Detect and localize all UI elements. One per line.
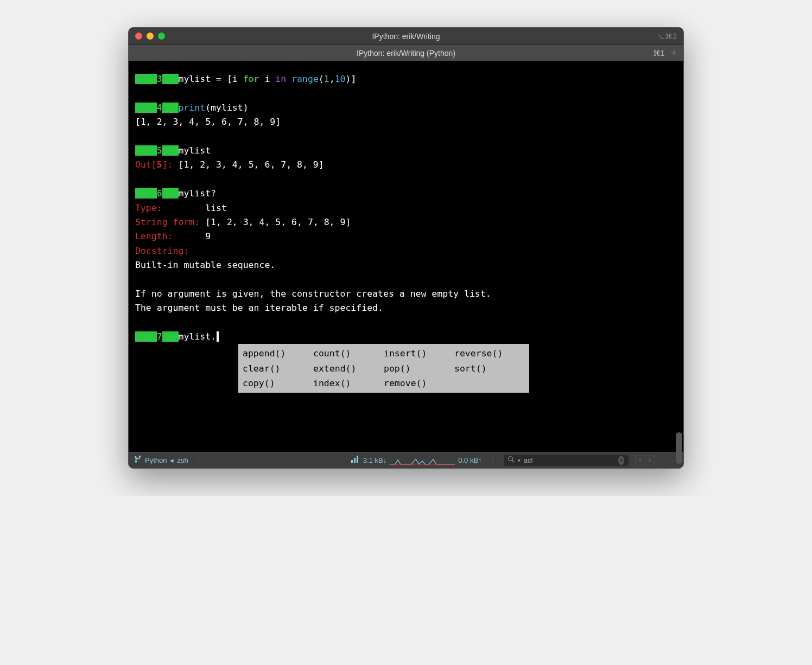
completion-item[interactable]: clear() xyxy=(243,361,313,376)
search-icon xyxy=(508,456,515,464)
completion-item[interactable]: extend() xyxy=(313,361,384,376)
prompt-close: ]: xyxy=(162,74,179,84)
completion-item[interactable]: reverse() xyxy=(454,346,525,361)
clear-search-button[interactable]: ✕ xyxy=(618,456,624,465)
svg-rect-0 xyxy=(351,460,353,463)
svg-rect-1 xyxy=(354,458,356,463)
network-icon xyxy=(351,456,360,465)
svg-point-3 xyxy=(508,457,512,461)
search-dropdown-icon[interactable]: ▾ xyxy=(518,458,521,463)
svg-line-4 xyxy=(512,461,514,463)
completion-popup[interactable]: append() count() insert() reverse() clea… xyxy=(238,344,529,393)
search-next-button[interactable]: > xyxy=(645,456,655,465)
completion-item[interactable]: index() xyxy=(313,376,384,391)
divider: │ xyxy=(197,456,201,464)
prompt-num: 3 xyxy=(157,74,162,84)
divider: │ xyxy=(491,456,495,464)
search-bar[interactable]: ▾ ✕ xyxy=(504,455,629,466)
terminal-window: IPython: erik/Writing ⌥⌘2 IPython: erik/… xyxy=(128,27,684,469)
completion-item[interactable]: insert() xyxy=(384,346,454,361)
prompt-in: In [ xyxy=(135,74,157,84)
tabbar: IPython: erik/Writing (Python) ⌘1 + xyxy=(129,45,683,61)
zoom-button[interactable] xyxy=(158,33,165,40)
tab-shortcut: ⌘1 xyxy=(653,49,665,57)
completion-item[interactable]: remove() xyxy=(384,376,454,391)
close-button[interactable] xyxy=(135,33,142,40)
search-nav: < > xyxy=(635,456,655,465)
minimize-button[interactable] xyxy=(147,33,154,40)
status-shell[interactable]: Python ◂ zsh xyxy=(134,456,188,465)
search-prev-button[interactable]: < xyxy=(636,456,645,465)
completion-item[interactable]: count() xyxy=(313,346,384,361)
svg-rect-2 xyxy=(357,456,358,463)
completion-item[interactable]: copy() xyxy=(243,376,313,391)
cursor xyxy=(217,331,219,342)
scrollbar[interactable] xyxy=(676,432,682,464)
sparkline xyxy=(390,456,455,465)
output-4: [1, 2, 3, 4, 5, 6, 7, 8, 9] xyxy=(135,115,677,129)
completion-item[interactable]: append() xyxy=(243,346,313,361)
statusbar: Python ◂ zsh │ 3.1 kB↓ 0.0 kB↑ │ ▾ xyxy=(129,452,683,468)
window-shortcut: ⌥⌘2 xyxy=(656,32,677,41)
terminal-content[interactable]: In [3]: mylist = [i for i in range(1,10)… xyxy=(129,61,683,452)
window-title: IPython: erik/Writing xyxy=(129,32,683,41)
completion-item[interactable] xyxy=(454,376,525,391)
titlebar[interactable]: IPython: erik/Writing ⌥⌘2 xyxy=(129,28,683,45)
completion-item[interactable]: sort() xyxy=(454,361,525,376)
traffic-lights xyxy=(135,33,165,40)
search-input[interactable] xyxy=(524,456,615,464)
branch-icon xyxy=(134,456,142,465)
new-tab-button[interactable]: + xyxy=(671,48,677,58)
network-stats: 3.1 kB↓ 0.0 kB↑ xyxy=(351,456,482,465)
completion-item[interactable]: pop() xyxy=(384,361,454,376)
tab-label[interactable]: IPython: erik/Writing (Python) xyxy=(129,49,683,57)
